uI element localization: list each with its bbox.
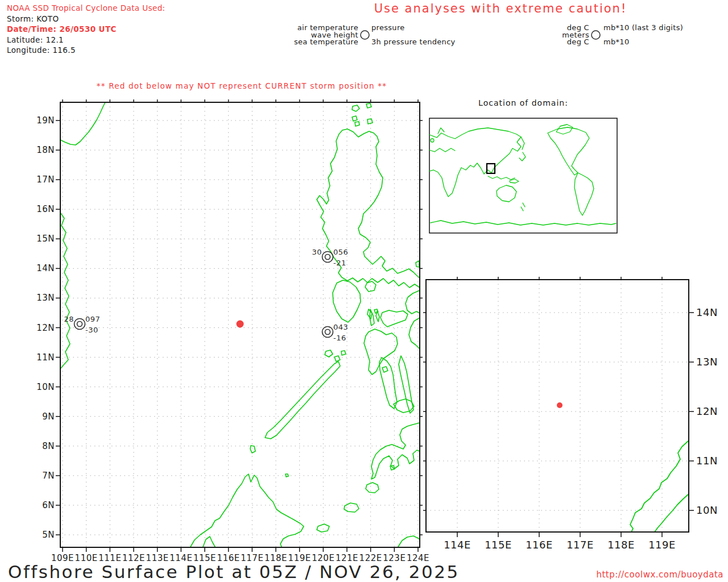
main-map-x-tick-label: 113E [145, 553, 170, 563]
inset-map-title: Location of domain: [429, 98, 617, 107]
station-1-pressure-tendency: -21 [333, 259, 346, 267]
world-mediterranean [429, 148, 455, 152]
world-africa [429, 165, 470, 197]
coastline-vietnam [60, 213, 70, 369]
zoom-map-y-tick-label: 13N [696, 356, 728, 368]
caution-title: Use analyses with extreme caution! [341, 2, 660, 15]
station-3-pressure: 043 [333, 323, 348, 331]
main-map-y-tick-label: 11N [32, 352, 55, 363]
legend-sea-temp-units: deg C [504, 38, 589, 46]
main-map-x-tick-label: 114E [168, 553, 193, 563]
world-japan [519, 152, 526, 161]
world-eurasia-north [429, 128, 521, 139]
coastline-palawan-islet [250, 446, 255, 453]
coastline-borneo [191, 474, 304, 547]
header-longitude-line: Longitude: 116.5 [7, 45, 76, 55]
station-1-air-temp: 30 [299, 248, 322, 256]
station-1-outer-circle [322, 252, 333, 263]
storm-position-warning: ** Red dot below may NOT represent CURRE… [91, 81, 392, 90]
zoom-map-x-tick-label: 119E [645, 539, 679, 551]
main-map-x-tick-label: 115E [192, 553, 217, 563]
world-new-zealand [521, 203, 525, 211]
zoom-map-x-tick-label: 116E [522, 539, 556, 551]
main-map-x-tick-label: 123E [382, 553, 407, 563]
zoom-map-y-tick-label: 10N [696, 504, 728, 516]
legend-pressure-tendency-units: mb*10 [603, 38, 629, 46]
zoom-coastline-palawan-inner [655, 494, 689, 532]
station-3-pressure-tendency: -16 [333, 334, 346, 342]
main-map-y-tick-label: 17N [32, 174, 55, 185]
world-kamchatka [521, 137, 524, 149]
world-north-america [548, 127, 589, 175]
coastline-masbate [380, 310, 408, 327]
coastline-calamian-islands [325, 350, 346, 361]
header-noaa-line: NOAA SSD Tropical Cyclone Data Used: [7, 3, 166, 13]
zoom-map-y-tick-label: 12N [696, 405, 728, 417]
coastline-mindanao [371, 423, 420, 479]
coastline-basilan [366, 483, 379, 493]
coastline-cebu [399, 356, 413, 413]
legend-units-circle-icon [590, 30, 602, 41]
station-2-outer-circle [75, 319, 85, 330]
main-map-x-tick-label: 120E [311, 553, 336, 563]
zoom-map-x-tick-label: 114E [440, 539, 474, 551]
main-map-y-tick-label: 18N [32, 145, 55, 155]
zoom-map-x-tick-label: 118E [604, 539, 638, 551]
main-map-x-tick-label: 112E [121, 553, 146, 563]
header-storm-line: Storm: KOTO [7, 14, 59, 23]
coastline-cagayan-sulu [344, 503, 359, 512]
zoom-map-x-tick-label: 117E [563, 539, 597, 551]
main-map-x-tick-label: 116E [216, 553, 241, 563]
zoom-map-coastlines [630, 440, 689, 532]
legend-station-circle-icon [359, 30, 371, 41]
coastline-palawan [265, 361, 340, 439]
station-plot-symbols [75, 252, 333, 338]
legend-pressure-units: mb*10 (last 3 digits) [603, 23, 683, 32]
main-map-x-tick-label: 121E [334, 553, 359, 563]
main-map-x-tick-label: 109E [50, 553, 75, 563]
main-map-y-tick-label: 13N [32, 293, 55, 303]
main-map-x-tick-label: 122E [358, 553, 383, 563]
world-british-isles [431, 139, 434, 142]
world-india [470, 163, 484, 174]
main-map-x-tick-label: 110E [74, 553, 99, 563]
main-map-x-tick-label: 124E [406, 553, 431, 563]
main-map-y-tick-label: 16N [32, 204, 55, 214]
world-east-asia [484, 137, 521, 174]
station-1-inner-circle [325, 255, 330, 260]
zoom-coastline-palawan-outer [630, 440, 689, 532]
zoom-map-y-tick-label: 11N [696, 455, 728, 467]
world-antarctica [431, 221, 616, 225]
main-map-y-tick-label: 9N [32, 411, 55, 422]
coastline-hainan [60, 102, 105, 145]
legend-pressure-tendency-label: 3h pressure tendency [371, 38, 456, 46]
main-map-x-tick-label: 117E [239, 553, 264, 563]
main-map-y-tick-label: 5N [32, 530, 55, 540]
storm-position-dot [237, 321, 244, 328]
main-map-y-tick-label: 15N [32, 234, 55, 244]
station-3-outer-circle [322, 327, 333, 338]
legend-pressure-label: pressure [371, 23, 405, 32]
main-map-y-tick-label: 7N [32, 471, 55, 481]
header-datetime-line: Date/Time: 26/0530 UTC [7, 24, 117, 34]
plot-title: Offshore Surface Plot at 05Z / NOV 26, 2… [8, 562, 460, 582]
zoom-map-y-tick-label: 14N [696, 306, 728, 318]
station-2-air-temp: 28 [51, 315, 74, 323]
coastline-guimaras [382, 367, 388, 372]
station-2-pressure: 097 [85, 315, 100, 323]
zoom-storm-position-dot [557, 402, 562, 408]
legend-sea-temp-label: sea temperature [256, 38, 358, 46]
coastline-panay [364, 329, 398, 375]
world-greenland [556, 124, 573, 134]
coastline-luzon [317, 129, 420, 288]
world-south-america [574, 173, 594, 215]
coastline-babuyan-islands [352, 103, 373, 126]
main-map-x-tick-label: 111E [97, 553, 122, 563]
main-map-y-tick-label: 10N [32, 382, 55, 392]
world-australia [497, 185, 516, 202]
coastline-borneo-inlet [203, 537, 215, 547]
main-map-y-tick-label: 6N [32, 500, 55, 510]
main-map-y-tick-label: 19N [32, 115, 55, 126]
station-1-pressure: 056 [333, 248, 348, 256]
station-2-inner-circle [77, 322, 82, 327]
